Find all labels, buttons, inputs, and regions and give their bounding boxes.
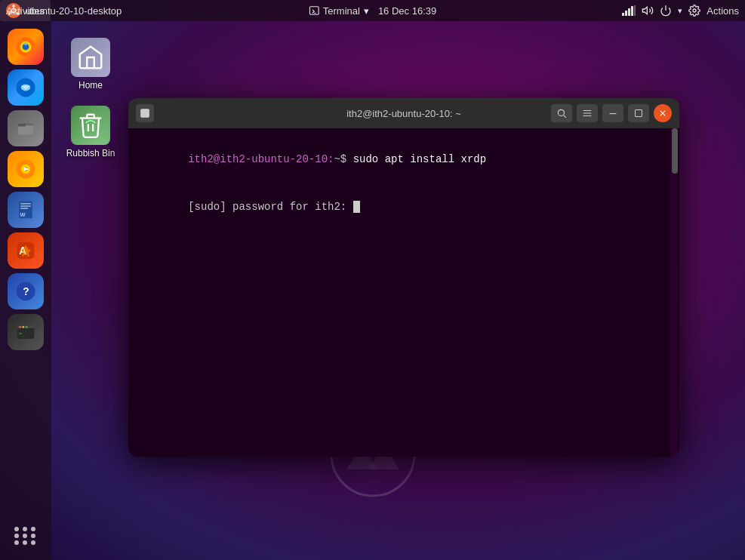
svg-text:>_: >_: [19, 331, 25, 337]
topbar: ubuntu-20-10-desktop Terminal ▾ 16 Dec 1…: [0, 0, 745, 21]
terminal-scrollbar-thumb[interactable]: [672, 128, 678, 174]
terminal-embed-button[interactable]: [136, 104, 154, 122]
home-label: Home: [79, 80, 103, 91]
terminal-prompt-1: ith2@ith2-ubuntu-20-10:: [188, 153, 334, 165]
svg-rect-10: [625, 11, 627, 16]
sidebar: W A ? >_: [0, 21, 51, 560]
terminal-minimize-button[interactable]: –: [602, 104, 623, 122]
svg-rect-12: [631, 6, 633, 16]
sidebar-item-terminal[interactable]: >_: [8, 314, 44, 350]
sidebar-item-rhythmbox[interactable]: [8, 151, 44, 187]
actions-label: Actions: [707, 5, 739, 17]
settings-icon[interactable]: [688, 5, 700, 17]
desktop: ubuntu-20-10-desktop Terminal ▾ 16 Dec 1…: [0, 0, 745, 560]
svg-point-42: [19, 326, 21, 328]
sidebar-bottom: [14, 527, 37, 552]
show-applications-button[interactable]: [14, 527, 37, 545]
terminal-close-button[interactable]: [654, 104, 672, 122]
dot-9: [31, 540, 35, 545]
sidebar-item-firefox[interactable]: [8, 29, 44, 65]
terminal-titlebar-left: [136, 104, 154, 122]
sidebar-item-files[interactable]: [8, 110, 44, 146]
terminal-search-button[interactable]: [551, 104, 572, 122]
rubbish-icon: [71, 106, 110, 145]
svg-rect-33: [20, 205, 31, 206]
dot-1: [14, 527, 19, 531]
terminal-info-1: [sudo] password for ith2:: [188, 201, 352, 213]
svg-rect-34: [20, 208, 28, 209]
svg-point-48: [558, 109, 564, 115]
terminal-titlebar: ith2@ith2-ubuntu-20-10: ~: [128, 98, 679, 128]
svg-rect-9: [622, 13, 624, 16]
desktop-icon-rubbish[interactable]: Rubbish Bin: [60, 106, 121, 158]
svg-point-20: [24, 42, 27, 45]
datetime: 16 Dec 16:39: [378, 5, 436, 17]
volume-icon[interactable]: [642, 5, 654, 17]
svg-rect-32: [20, 203, 31, 204]
terminal-cursor: [353, 201, 360, 213]
dot-7: [14, 540, 19, 545]
topbar-center: Terminal ▾ 16 Dec 16:39: [309, 5, 436, 17]
svg-line-49: [564, 115, 566, 118]
terminal-tab[interactable]: Terminal ▾: [309, 5, 369, 17]
svg-point-43: [23, 326, 25, 328]
sidebar-item-thunderbird[interactable]: [8, 69, 44, 106]
desktop-icon-home[interactable]: Home: [60, 38, 121, 91]
sidebar-item-writer[interactable]: W: [8, 192, 44, 228]
terminal-scrollbar[interactable]: [670, 128, 678, 457]
svg-rect-53: [636, 110, 642, 117]
dot-5: [23, 534, 27, 538]
terminal-dollar-1: ~$: [334, 153, 346, 165]
dot-2: [23, 527, 27, 531]
terminal-titlebar-right: –: [551, 104, 672, 122]
network-icon[interactable]: [622, 5, 636, 16]
power-icon[interactable]: [660, 5, 672, 17]
dot-4: [14, 534, 19, 538]
activities-button[interactable]: Activities: [0, 0, 51, 21]
home-icon: [71, 38, 110, 77]
svg-point-16: [693, 9, 696, 12]
topbar-right: ▾ Actions: [622, 5, 739, 17]
terminal-command-1: sudo apt install xrdp: [346, 153, 486, 165]
terminal-body[interactable]: ith2@ith2-ubuntu-20-10:~$ sudo apt insta…: [128, 128, 679, 457]
terminal-window: ith2@ith2-ubuntu-20-10: ~: [128, 98, 679, 457]
svg-rect-25: [18, 125, 33, 135]
svg-text:W: W: [20, 211, 26, 218]
dot-6: [31, 534, 35, 538]
dot-3: [31, 527, 35, 531]
svg-rect-11: [628, 8, 630, 16]
dot-8: [23, 540, 27, 545]
terminal-title: ith2@ith2-ubuntu-20-10: ~: [346, 108, 461, 119]
power-chevron-icon[interactable]: ▾: [678, 6, 682, 16]
svg-marker-14: [643, 7, 648, 14]
sidebar-item-help[interactable]: ?: [8, 273, 44, 309]
svg-text:?: ?: [23, 286, 29, 297]
terminal-line-2: [sudo] password for ith2:: [137, 183, 670, 231]
svg-rect-13: [634, 5, 636, 16]
svg-rect-26: [18, 124, 26, 127]
terminal-tab-chevron: ▾: [364, 5, 369, 17]
sidebar-item-appstore[interactable]: A: [8, 232, 44, 269]
svg-rect-47: [141, 109, 149, 118]
desktop-icons-area: Home Rubbish Bin: [60, 38, 121, 158]
svg-point-44: [26, 326, 28, 328]
terminal-line-1: ith2@ith2-ubuntu-20-10:~$ sudo apt insta…: [137, 136, 670, 183]
terminal-maximize-button[interactable]: [628, 104, 649, 122]
rubbish-label: Rubbish Bin: [66, 148, 115, 158]
terminal-tab-label: Terminal: [323, 5, 360, 17]
terminal-menu-button[interactable]: [577, 104, 598, 122]
